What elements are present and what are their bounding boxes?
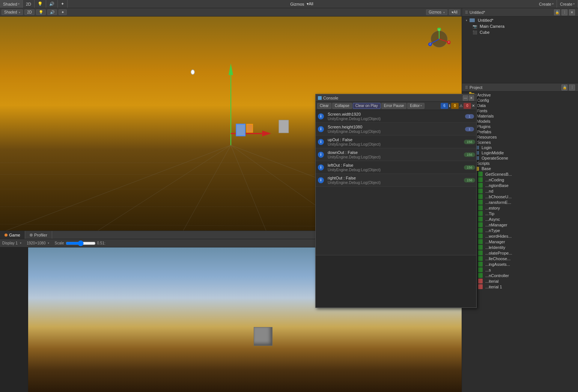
project-tree-item[interactable]: ...ransformE... — [462, 199, 578, 205]
game-sidebar — [0, 247, 28, 392]
audio-scene-btn[interactable]: 🔊 — [47, 9, 57, 15]
log-entry[interactable]: iScreen.width1920UnityEngine.Debug:Log(O… — [316, 110, 476, 123]
cs-file-icon — [478, 183, 483, 188]
console-panel: Console — ✕ Clear Collapse Clear on Play… — [315, 94, 477, 308]
console-editor-btn[interactable]: Editor ▾ — [407, 103, 424, 109]
project-tree-item[interactable]: ...estory — [462, 205, 578, 211]
hierarchy-main-camera[interactable]: 📷 Main Camera — [462, 23, 578, 29]
console-detail[interactable] — [316, 255, 476, 308]
log-entry[interactable]: iupOut : FalseUnityEngine.Debug:Log(Obje… — [316, 136, 476, 148]
project-tree-item[interactable]: ▸Prefabs — [462, 129, 578, 134]
project-tree-item[interactable]: ▸Fonts — [462, 108, 578, 113]
gizmos-scene-btn[interactable]: Gizmos ▾ — [426, 9, 447, 15]
hierarchy-lock-btn[interactable]: 🔒 — [554, 9, 560, 15]
sound-button[interactable]: 🔊 — [46, 0, 58, 8]
hierarchy-header: ☰ Untitled* 🔒 ⋮ ✕ — [462, 8, 578, 17]
gizmos-label: Gizmos — [290, 2, 304, 6]
project-tree-item[interactable]: ...ingAssets... — [462, 261, 578, 267]
console-collapse-btn[interactable]: Collapse — [332, 103, 352, 109]
project-tree-item[interactable]: LoginMiddle — [462, 150, 578, 155]
info-badge[interactable]: 6 — [441, 103, 448, 109]
log-entry[interactable]: iScreen.height1080UnityEngine.Debug:Log(… — [316, 123, 476, 136]
hierarchy-scene-root[interactable]: ▾ Untitled* — [462, 17, 578, 23]
tree-item-label: ...iterial — [485, 279, 498, 283]
tree-item-label: ...estory — [485, 206, 500, 210]
tree-item-label: Models — [477, 119, 490, 124]
project-tree-item[interactable]: ...Tip — [462, 211, 578, 216]
create-left-button[interactable]: Create ▾ — [536, 0, 557, 8]
tree-item-label: GetScenesB... — [485, 172, 512, 176]
project-tree-item[interactable]: ▸Archive — [462, 92, 578, 98]
console-clear-btn[interactable]: Clear — [317, 103, 331, 109]
tab-profiler[interactable]: Profiler — [25, 231, 52, 239]
project-tree-item[interactable]: ...lleChoose... — [462, 256, 578, 261]
hierarchy-cube[interactable]: ⬛ Cube — [462, 29, 578, 35]
project-tree-item[interactable]: ...nd — [462, 188, 578, 194]
project-lock-btn[interactable]: 🔒 — [561, 84, 567, 90]
fx-scene-btn[interactable]: ✦ — [59, 9, 67, 15]
console-error-pause-btn[interactable]: Error Pause — [381, 103, 406, 109]
project-tree-item[interactable]: ...iterial 1 — [462, 284, 578, 289]
project-tree-item[interactable]: ▸Resources — [462, 134, 578, 140]
project-tree-item[interactable]: OperateScene — [462, 155, 578, 161]
shading-dropdown-scene[interactable]: Shaded ▾ — [2, 9, 23, 15]
tree-item-label: ...ingAssets... — [485, 262, 510, 267]
project-tree-item[interactable]: ...bChooseU... — [462, 194, 578, 199]
project-tree-item[interactable]: ▾Scenes — [462, 140, 578, 145]
project-tree-item[interactable]: Login — [462, 145, 578, 150]
all-dropdown[interactable]: ▾All — [307, 2, 313, 6]
project-tree-item[interactable]: ...ngtonBase — [462, 182, 578, 188]
project-tree-item[interactable]: ...wordHides... — [462, 233, 578, 239]
project-tree-item[interactable]: ▾Scripts — [462, 161, 578, 166]
hierarchy-close-btn[interactable]: ✕ — [569, 9, 575, 15]
project-tree-item[interactable]: ...olatePrope... — [462, 250, 578, 256]
error-badge[interactable]: 0 — [464, 103, 471, 109]
effects-button[interactable]: ✦ — [58, 0, 68, 8]
all-scene-btn[interactable]: ▾All — [449, 9, 460, 15]
project-title: Project — [470, 85, 482, 90]
project-tree-item[interactable]: GetScenesB... — [462, 171, 578, 177]
project-tree-item[interactable]: ...nManager — [462, 222, 578, 228]
project-tree-item[interactable]: ▾Base — [462, 166, 578, 171]
tab-game[interactable]: Game — [0, 231, 25, 239]
cs-file-icon — [478, 245, 483, 250]
project-menu-btn[interactable]: ⋮ — [569, 84, 575, 90]
2d-button[interactable]: 2D — [23, 0, 35, 8]
log-icon-col: i — [316, 174, 326, 186]
console-minimize-btn[interactable]: — — [463, 95, 468, 101]
console-close-btn[interactable]: ✕ — [469, 95, 474, 101]
resolution-dropdown-arrow[interactable]: ▾ — [48, 241, 49, 245]
create-right-button[interactable]: Create ▾ — [557, 0, 578, 8]
project-tree-item[interactable]: ...Async — [462, 216, 578, 222]
project-tree-item[interactable]: ▸Models — [462, 119, 578, 124]
log-count-col: 156 — [463, 161, 476, 173]
hierarchy-menu-btn[interactable]: ⋮ — [561, 9, 567, 15]
project-tree-item[interactable]: ...s — [462, 267, 578, 273]
project-tree-item[interactable]: ▸Plugins — [462, 124, 578, 129]
project-tree-item[interactable]: ...iterial — [462, 278, 578, 284]
log-entry[interactable]: ileftOut : FalseUnityEngine.Debug:Log(Ob… — [316, 161, 476, 174]
console-clear-on-play-btn[interactable]: Clear on Play — [353, 103, 381, 109]
display-dropdown-arrow[interactable]: ▾ — [20, 241, 21, 245]
project-tree-item[interactable]: ...nCoding — [462, 177, 578, 182]
project-tree-item[interactable]: ▸Data — [462, 103, 578, 108]
project-tree-item[interactable]: ▸Materials — [462, 113, 578, 119]
log-entry[interactable]: idownOut : FalseUnityEngine.Debug:Log(Ob… — [316, 148, 476, 161]
project-tree-item[interactable]: ...nType — [462, 228, 578, 233]
light-button[interactable]: 💡 — [35, 0, 46, 8]
console-log-list: iScreen.width1920UnityEngine.Debug:Log(O… — [316, 110, 476, 255]
create-left-label: Create — [539, 2, 551, 6]
2d-scene-btn[interactable]: 2D — [24, 9, 35, 15]
project-tree-item[interactable]: ...leIdentity — [462, 244, 578, 250]
console-toolbar: Clear Collapse Clear on Play Error Pause… — [316, 102, 476, 110]
project-tree-item[interactable]: ▸Config — [462, 98, 578, 103]
project-tree-item[interactable]: ...nController — [462, 273, 578, 278]
shading-dropdown[interactable]: Shaded ▾ — [0, 0, 23, 8]
scale-slider[interactable] — [66, 241, 96, 246]
cs-file-icon — [478, 228, 483, 233]
project-tree-item[interactable]: ...Manager — [462, 239, 578, 244]
log-entry[interactable]: irightOut : FalseUnityEngine.Debug:Log(O… — [316, 174, 476, 187]
lighting-scene-btn[interactable]: 💡 — [36, 9, 46, 15]
console-titlebar[interactable]: Console — ✕ — [316, 94, 476, 102]
warn-badge[interactable]: 0 — [451, 103, 459, 109]
